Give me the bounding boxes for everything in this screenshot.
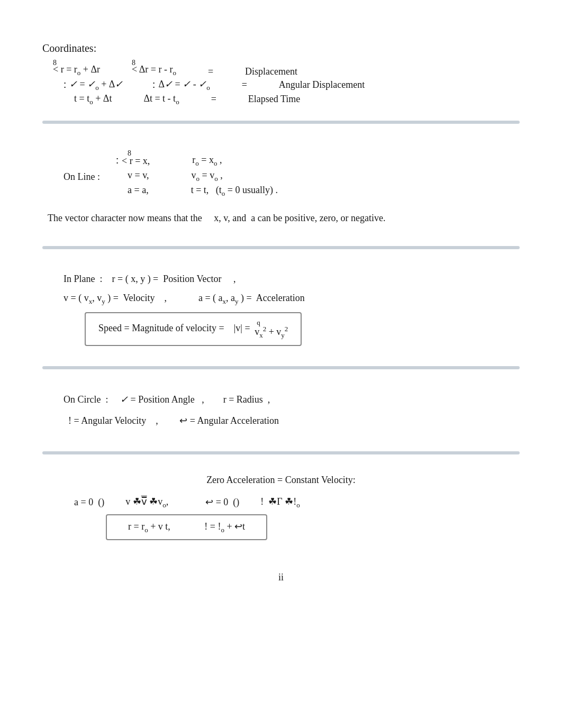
speed-formula: q vx2 + vy2	[255, 319, 288, 340]
divider-2	[42, 246, 520, 249]
coordinates-title: Coordinates:	[42, 42, 520, 54]
online-section: On Line : 8 ∶ < r = x, ro = xo , v = v, …	[42, 133, 520, 236]
coord-row3-label: Elapsed Time	[248, 94, 301, 105]
zeroacc-box-right: ! = !o + ↩t	[204, 521, 245, 532]
speed-label: Speed = Magnitude of velocity = |v| =	[98, 323, 252, 333]
coord-row2-right: Δ✓ = ✓ - ✓o	[158, 78, 210, 92]
coord-row3-right: Δt = t - to	[143, 93, 179, 106]
online-label: On Line :	[64, 149, 100, 183]
coord-bullet2: ∶	[152, 79, 155, 92]
coordinates-section: Coordinates: 8 < r = ro + Δr 8 < Δr = r …	[42, 32, 520, 111]
zeroacc-omega: ! ☘Γ ☘!o	[260, 492, 300, 512]
zeroacc-a0: a = 0 ()	[74, 493, 104, 512]
speed-box: Speed = Magnitude of velocity = |v| = q …	[85, 312, 302, 346]
zeroacc-box-container: r = ro + v t, ! = !o + ↩t	[106, 514, 488, 541]
inplane-line2: v = ( vx, vy ) = Velocity , a = ( ax, ay…	[64, 288, 498, 308]
speed-sqrt: vx2 + vy2	[255, 325, 288, 340]
online-row2: v = v, vo = vo ,	[116, 170, 223, 183]
online-row3-right: t = t, (to = 0 usually) .	[191, 185, 278, 198]
coord-row2-label: Angular Displacement	[279, 79, 365, 90]
zeroacc-box: r = ro + v t, ! = !o + ↩t	[106, 514, 267, 541]
divider-1	[42, 121, 520, 124]
coord-row2-left: ✓ = ✓o + Δ✓	[69, 78, 123, 92]
online-bullet1: ∶	[116, 154, 119, 167]
online-row1-left: < r = x,	[122, 156, 150, 167]
online-row1-right: ro = xo ,	[192, 154, 222, 168]
zeroacc-line1: a = 0 () v ☘v̅ ☘vo, ↩ = 0 () ! ☘Γ ☘!o	[74, 492, 488, 512]
online-paragraph: The vector character now means that the …	[42, 211, 520, 226]
online-row2-left: v = v,	[128, 170, 149, 183]
inplane-acceleration: a = ( ax, ay ) = Acceleration	[198, 288, 305, 308]
coord-row2-eq: =	[242, 79, 247, 90]
coord-row1-left: < r = ro + Δr	[53, 64, 100, 77]
online-row3-left: a = a,	[128, 185, 149, 198]
inplane-velocity: v = ( vx, vy ) = Velocity ,	[64, 288, 167, 308]
online-row3: a = a, t = t, (to = 0 usually) .	[116, 185, 278, 198]
page-number: ii	[42, 572, 520, 583]
coord-bullet: ∶	[64, 79, 66, 92]
coord-row1-label: Displacement	[245, 66, 297, 77]
divider-4	[42, 451, 520, 454]
zeroacc-title: Zero Acceleration = Constant Velocity:	[74, 475, 488, 486]
inplane-line1: In Plane : r = ( x, y ) = Position Vecto…	[64, 269, 498, 288]
divider-3	[42, 366, 520, 369]
oncircle-section: On Circle : ✓ = Position Angle , r = Rad…	[42, 379, 520, 442]
coord-row3-eq: =	[211, 94, 216, 105]
speed-box-container: Speed = Magnitude of velocity = |v| = q …	[85, 312, 498, 346]
coord-row1-right: < Δr = r - ro	[132, 64, 176, 77]
oncircle-line1: On Circle : ✓ = Position Angle , r = Rad…	[64, 389, 498, 411]
coord-row3-left: t = to + Δt	[74, 93, 112, 106]
zeroacc-alpha0: ↩ = 0 ()	[205, 493, 239, 512]
zeroacc-section: Zero Acceleration = Constant Velocity: a…	[42, 464, 520, 551]
oncircle-line2: ! = Angular Velocity , ↩ = Angular Accel…	[64, 411, 498, 432]
online-row1: ∶ < r = x, ro = xo ,	[116, 154, 222, 168]
coord-row1-eq: =	[208, 66, 213, 77]
zeroacc-box-left: r = ro + v t,	[128, 521, 170, 532]
online-row2-right: vo = vo ,	[191, 170, 222, 183]
inplane-section: In Plane : r = ( x, y ) = Position Vecto…	[42, 259, 520, 357]
zeroacc-v: v ☘v̅ ☘vo,	[125, 492, 168, 512]
